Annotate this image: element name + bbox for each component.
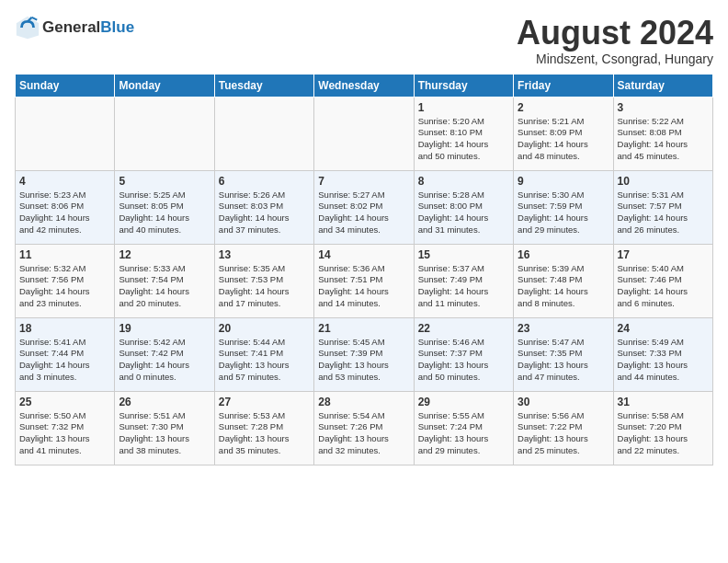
day-info: Sunrise: 5:36 AM Sunset: 7:51 PM Dayligh… xyxy=(318,263,409,310)
title-area: August 2024 Mindszent, Csongrad, Hungary xyxy=(517,15,713,66)
weekday-header-saturday: Saturday xyxy=(613,74,712,97)
logo-blue-text: Blue xyxy=(100,18,134,36)
day-number: 19 xyxy=(119,322,210,335)
page-header: GeneralBlue August 2024 Mindszent, Csong… xyxy=(15,15,713,66)
day-info: Sunrise: 5:40 AM Sunset: 7:46 PM Dayligh… xyxy=(618,263,709,310)
weekday-header-wednesday: Wednesday xyxy=(314,74,414,97)
day-number: 5 xyxy=(119,175,210,188)
calendar-cell: 10Sunrise: 5:31 AM Sunset: 7:57 PM Dayli… xyxy=(613,170,712,244)
calendar-week-row: 11Sunrise: 5:32 AM Sunset: 7:56 PM Dayli… xyxy=(16,244,713,317)
day-info: Sunrise: 5:50 AM Sunset: 7:32 PM Dayligh… xyxy=(19,410,110,457)
calendar-cell: 13Sunrise: 5:35 AM Sunset: 7:53 PM Dayli… xyxy=(214,244,313,317)
calendar-header: SundayMondayTuesdayWednesdayThursdayFrid… xyxy=(16,74,713,97)
day-number: 29 xyxy=(418,396,509,408)
day-number: 3 xyxy=(618,101,709,114)
day-info: Sunrise: 5:44 AM Sunset: 7:41 PM Dayligh… xyxy=(219,337,310,384)
day-info: Sunrise: 5:58 AM Sunset: 7:20 PM Dayligh… xyxy=(618,410,709,457)
day-number: 26 xyxy=(119,396,210,408)
day-info: Sunrise: 5:28 AM Sunset: 8:00 PM Dayligh… xyxy=(418,190,509,236)
day-info: Sunrise: 5:21 AM Sunset: 8:09 PM Dayligh… xyxy=(518,116,609,163)
calendar-cell: 11Sunrise: 5:32 AM Sunset: 7:56 PM Dayli… xyxy=(16,244,115,317)
day-info: Sunrise: 5:33 AM Sunset: 7:54 PM Dayligh… xyxy=(119,263,210,310)
calendar-cell: 6Sunrise: 5:26 AM Sunset: 8:03 PM Daylig… xyxy=(214,170,313,244)
calendar-cell: 26Sunrise: 5:51 AM Sunset: 7:30 PM Dayli… xyxy=(115,391,214,465)
calendar-cell: 4Sunrise: 5:23 AM Sunset: 8:06 PM Daylig… xyxy=(16,170,115,244)
logo-icon xyxy=(15,15,40,40)
day-info: Sunrise: 5:26 AM Sunset: 8:03 PM Dayligh… xyxy=(219,190,310,236)
day-number: 11 xyxy=(19,248,110,261)
calendar-cell: 16Sunrise: 5:39 AM Sunset: 7:48 PM Dayli… xyxy=(514,244,613,317)
calendar-cell: 23Sunrise: 5:47 AM Sunset: 7:35 PM Dayli… xyxy=(514,317,613,391)
calendar-cell: 22Sunrise: 5:46 AM Sunset: 7:37 PM Dayli… xyxy=(414,317,513,391)
day-number: 9 xyxy=(518,175,609,188)
day-number: 6 xyxy=(219,175,310,188)
calendar-cell: 21Sunrise: 5:45 AM Sunset: 7:39 PM Dayli… xyxy=(314,317,414,391)
day-number: 28 xyxy=(318,396,409,408)
calendar-body: 1Sunrise: 5:20 AM Sunset: 8:10 PM Daylig… xyxy=(16,97,713,465)
location-subtitle: Mindszent, Csongrad, Hungary xyxy=(517,52,713,66)
day-info: Sunrise: 5:30 AM Sunset: 7:59 PM Dayligh… xyxy=(518,190,609,236)
day-number: 22 xyxy=(418,322,509,335)
calendar-cell: 5Sunrise: 5:25 AM Sunset: 8:05 PM Daylig… xyxy=(115,170,214,244)
day-number: 1 xyxy=(418,101,509,114)
calendar-cell: 9Sunrise: 5:30 AM Sunset: 7:59 PM Daylig… xyxy=(514,170,613,244)
calendar-cell: 14Sunrise: 5:36 AM Sunset: 7:51 PM Dayli… xyxy=(314,244,414,317)
day-info: Sunrise: 5:42 AM Sunset: 7:42 PM Dayligh… xyxy=(119,337,210,384)
day-number: 10 xyxy=(618,175,709,188)
calendar-cell xyxy=(115,97,214,170)
day-info: Sunrise: 5:51 AM Sunset: 7:30 PM Dayligh… xyxy=(119,410,210,457)
calendar-week-row: 4Sunrise: 5:23 AM Sunset: 8:06 PM Daylig… xyxy=(16,170,713,244)
calendar-week-row: 25Sunrise: 5:50 AM Sunset: 7:32 PM Dayli… xyxy=(16,391,713,465)
calendar-week-row: 18Sunrise: 5:41 AM Sunset: 7:44 PM Dayli… xyxy=(16,317,713,391)
day-info: Sunrise: 5:22 AM Sunset: 8:08 PM Dayligh… xyxy=(618,116,709,163)
calendar-table: SundayMondayTuesdayWednesdayThursdayFrid… xyxy=(15,74,713,465)
day-info: Sunrise: 5:54 AM Sunset: 7:26 PM Dayligh… xyxy=(318,410,409,457)
calendar-cell xyxy=(314,97,414,170)
day-info: Sunrise: 5:25 AM Sunset: 8:05 PM Dayligh… xyxy=(119,190,210,236)
weekday-header-thursday: Thursday xyxy=(414,74,513,97)
day-info: Sunrise: 5:32 AM Sunset: 7:56 PM Dayligh… xyxy=(19,263,110,310)
month-year-title: August 2024 xyxy=(517,15,713,52)
day-info: Sunrise: 5:49 AM Sunset: 7:33 PM Dayligh… xyxy=(618,337,709,384)
day-number: 31 xyxy=(618,396,709,408)
calendar-cell: 31Sunrise: 5:58 AM Sunset: 7:20 PM Dayli… xyxy=(613,391,712,465)
calendar-cell: 17Sunrise: 5:40 AM Sunset: 7:46 PM Dayli… xyxy=(613,244,712,317)
calendar-cell xyxy=(214,97,313,170)
day-info: Sunrise: 5:45 AM Sunset: 7:39 PM Dayligh… xyxy=(318,337,409,384)
day-number: 7 xyxy=(318,175,409,188)
logo-general-text: General xyxy=(42,18,100,36)
calendar-cell: 20Sunrise: 5:44 AM Sunset: 7:41 PM Dayli… xyxy=(214,317,313,391)
day-number: 23 xyxy=(518,322,609,335)
day-info: Sunrise: 5:47 AM Sunset: 7:35 PM Dayligh… xyxy=(518,337,609,384)
day-number: 30 xyxy=(518,396,609,408)
calendar-cell: 18Sunrise: 5:41 AM Sunset: 7:44 PM Dayli… xyxy=(16,317,115,391)
day-number: 24 xyxy=(618,322,709,335)
weekday-header-monday: Monday xyxy=(115,74,214,97)
calendar-cell: 24Sunrise: 5:49 AM Sunset: 7:33 PM Dayli… xyxy=(613,317,712,391)
day-info: Sunrise: 5:27 AM Sunset: 8:02 PM Dayligh… xyxy=(318,190,409,236)
day-number: 25 xyxy=(19,396,110,408)
weekday-header-tuesday: Tuesday xyxy=(214,74,313,97)
calendar-week-row: 1Sunrise: 5:20 AM Sunset: 8:10 PM Daylig… xyxy=(16,97,713,170)
day-number: 15 xyxy=(418,248,509,261)
day-number: 2 xyxy=(518,101,609,114)
calendar-cell: 12Sunrise: 5:33 AM Sunset: 7:54 PM Dayli… xyxy=(115,244,214,317)
calendar-cell: 25Sunrise: 5:50 AM Sunset: 7:32 PM Dayli… xyxy=(16,391,115,465)
logo: GeneralBlue xyxy=(15,15,134,40)
day-number: 13 xyxy=(219,248,310,261)
calendar-cell: 7Sunrise: 5:27 AM Sunset: 8:02 PM Daylig… xyxy=(314,170,414,244)
day-info: Sunrise: 5:37 AM Sunset: 7:49 PM Dayligh… xyxy=(418,263,509,310)
day-number: 4 xyxy=(19,175,110,188)
day-info: Sunrise: 5:35 AM Sunset: 7:53 PM Dayligh… xyxy=(219,263,310,310)
calendar-cell: 3Sunrise: 5:22 AM Sunset: 8:08 PM Daylig… xyxy=(613,97,712,170)
calendar-cell: 27Sunrise: 5:53 AM Sunset: 7:28 PM Dayli… xyxy=(214,391,313,465)
day-info: Sunrise: 5:53 AM Sunset: 7:28 PM Dayligh… xyxy=(219,410,310,457)
calendar-cell: 2Sunrise: 5:21 AM Sunset: 8:09 PM Daylig… xyxy=(514,97,613,170)
day-number: 14 xyxy=(318,248,409,261)
calendar-cell xyxy=(16,97,115,170)
weekday-header-row: SundayMondayTuesdayWednesdayThursdayFrid… xyxy=(16,74,713,97)
calendar-cell: 8Sunrise: 5:28 AM Sunset: 8:00 PM Daylig… xyxy=(414,170,513,244)
calendar-cell: 30Sunrise: 5:56 AM Sunset: 7:22 PM Dayli… xyxy=(514,391,613,465)
day-number: 27 xyxy=(219,396,310,408)
day-info: Sunrise: 5:46 AM Sunset: 7:37 PM Dayligh… xyxy=(418,337,509,384)
